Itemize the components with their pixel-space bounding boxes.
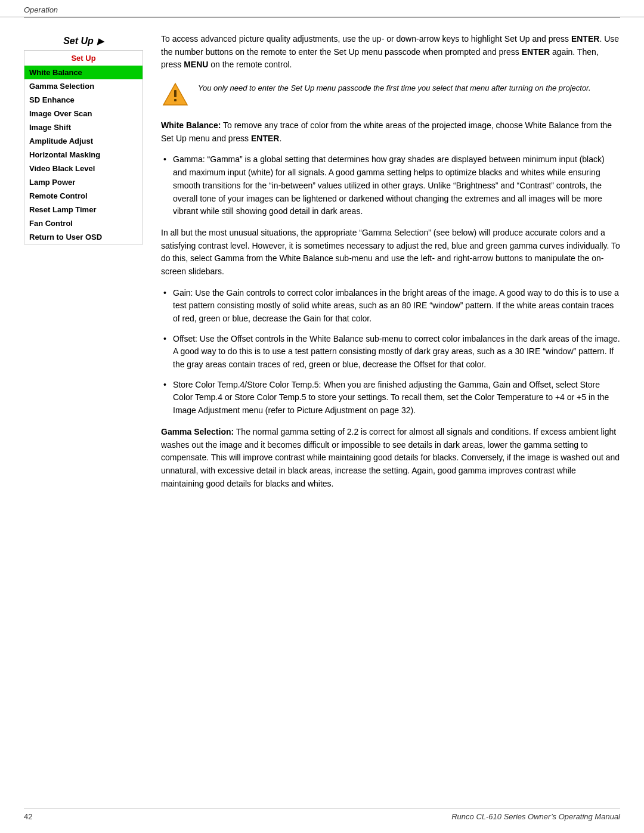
manual-title: Runco CL-610 Series Owner’s Operating Ma… [451, 812, 620, 821]
sidebar-item-image-shift[interactable]: Image Shift [24, 120, 143, 134]
bullet-offset: Offset: Use the Offset controls in the W… [161, 333, 620, 371]
bullet-gamma: Gamma: “Gamma” is a global setting that … [161, 153, 620, 218]
bullet-gamma-text: “Gamma” is a global setting that determi… [173, 154, 605, 216]
bullet-gain-heading: Gain: [173, 288, 193, 298]
white-balance-text: To remove any trace of color from the wh… [161, 120, 612, 143]
note-triangle-icon [162, 81, 188, 107]
setup-intro-text-end: on the remote control. [208, 60, 292, 69]
para-between-text: In all but the most unusual situations, … [161, 228, 620, 276]
setup-intro-enter2: ENTER [522, 47, 550, 57]
gamma-para: In all but the most unusual situations, … [161, 227, 620, 278]
bullet-list-2: Gain: Use the Gain controls to correct c… [161, 287, 620, 417]
note-text-content: You only need to enter the Set Up menu p… [198, 80, 591, 94]
section-label: Operation [24, 5, 58, 14]
sidebar-item-remote-control[interactable]: Remote Control [24, 189, 143, 203]
sidebar: Set Up ▶ Set Up White Balance Gamma Sele… [24, 36, 143, 498]
white-balance-section: White Balance: To remove any trace of co… [161, 119, 620, 145]
bullet-gamma-heading: Gamma: [173, 154, 205, 164]
bullet-store-color-italic-bold: Picture Adjustment [297, 405, 367, 415]
bullet-store-color: Store Color Temp.4/Store Color Temp.5: W… [161, 379, 620, 417]
sidebar-setup-header: Set Up ▶ [24, 36, 143, 47]
bullet-gain: Gain: Use the Gain controls to correct c… [161, 287, 620, 326]
gamma-selection-heading: Gamma Selection: [161, 427, 234, 436]
white-balance-enter: ENTER [251, 134, 279, 143]
sidebar-item-sd-enhance[interactable]: SD Enhance [24, 93, 143, 107]
sidebar-setup-arrow: ▶ [97, 36, 104, 46]
page-number: 42 [24, 812, 32, 821]
sidebar-item-lamp-power[interactable]: Lamp Power [24, 175, 143, 189]
page-container: Operation Set Up ▶ Set Up White Balance … [0, 0, 644, 833]
sidebar-item-return-user-osd[interactable]: Return to User OSD [24, 230, 143, 244]
sidebar-item-white-balance[interactable]: White Balance [24, 66, 143, 79]
bullet-list: Gamma: “Gamma” is a global setting that … [161, 153, 620, 218]
bullet-offset-heading: Offset: [173, 334, 197, 343]
sidebar-setup-title-text: Set Up [63, 36, 94, 47]
bullet-gain-text: Use the Gain controls to correct color i… [173, 288, 619, 323]
svg-rect-1 [174, 90, 177, 97]
page-header: Operation [0, 0, 644, 17]
gamma-selection-section: Gamma Selection: The normal gamma settin… [161, 426, 620, 490]
setup-intro-text-before: To access advanced picture quality adjus… [161, 34, 571, 44]
sidebar-menu-title[interactable]: Set Up [24, 51, 143, 66]
note-icon [161, 80, 190, 109]
page-footer: 42 Runco CL-610 Series Owner’s Operating… [24, 808, 620, 821]
note-box: You only need to enter the Set Up menu p… [161, 80, 620, 109]
setup-intro-para: To access advanced picture quality adjus… [161, 33, 620, 72]
sidebar-item-gamma-selection[interactable]: Gamma Selection [24, 79, 143, 93]
sidebar-menu: Set Up White Balance Gamma Selection SD … [24, 50, 143, 244]
bullet-store-color-text-end: on page 32). [367, 405, 416, 415]
content-area: To access advanced picture quality adjus… [161, 30, 620, 498]
white-balance-text-end: . [279, 134, 281, 143]
sidebar-item-amplitude-adjust[interactable]: Amplitude Adjust [24, 134, 143, 148]
svg-rect-2 [174, 99, 177, 101]
main-content: Set Up ▶ Set Up White Balance Gamma Sele… [0, 18, 644, 522]
sidebar-item-horizontal-masking[interactable]: Horizontal Masking [24, 148, 143, 162]
setup-intro-menu: MENU [184, 60, 208, 69]
bullet-store-color-heading: Store Color Temp.4/Store Color Temp.5: [173, 380, 321, 389]
bullet-offset-text: Use the Offset controls in the White Bal… [173, 334, 620, 369]
sidebar-item-reset-lamp-timer[interactable]: Reset Lamp Timer [24, 203, 143, 216]
white-balance-heading: White Balance: [161, 120, 221, 130]
sidebar-item-image-overscan[interactable]: Image Over Scan [24, 107, 143, 120]
sidebar-item-video-black-level[interactable]: Video Black Level [24, 162, 143, 175]
setup-intro-enter1: ENTER [571, 34, 599, 44]
sidebar-item-fan-control[interactable]: Fan Control [24, 216, 143, 230]
note-text: You only need to enter the Set Up menu p… [198, 83, 591, 92]
